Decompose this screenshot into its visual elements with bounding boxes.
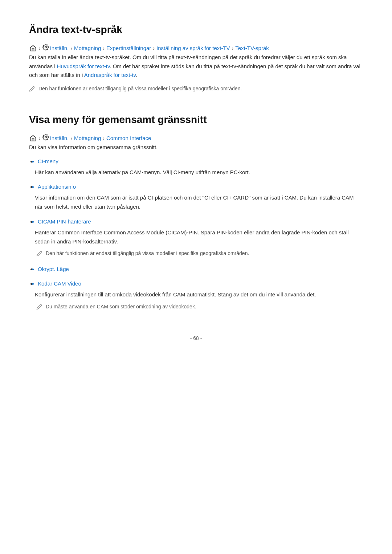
home-icon	[29, 44, 37, 52]
kodar-cam-note-text: Du måste använda en CAM som stöder omkod…	[46, 303, 196, 311]
bullet-item-kodar-cam: Kodar CAM Video Konfigurerar inställning…	[36, 279, 363, 312]
sep4: ›	[232, 44, 234, 52]
bullet-item-cicam: CICAM PIN-hanterare Hanterar Common Inte…	[36, 217, 363, 259]
breadcrumb-installn-2[interactable]: Inställn.	[50, 134, 69, 143]
breadcrumb-common-interface[interactable]: Common Interface	[106, 134, 151, 143]
cicam-desc: Hanterar Common Interface Common Access …	[35, 228, 363, 246]
kodar-cam-title[interactable]: Kodar CAM Video	[38, 279, 363, 288]
section1-breadcrumb: › Inställn. › Mottagning › Expertinställ…	[29, 44, 363, 53]
cicam-title[interactable]: CICAM PIN-hanterare	[38, 217, 363, 226]
section2-title: Visa meny för gemensamt gränssnitt	[29, 112, 363, 128]
breadcrumb-mottagning-2[interactable]: Mottagning	[74, 134, 101, 143]
page-number: - 68 -	[190, 335, 202, 341]
sep2: ›	[103, 44, 105, 52]
sep7: ›	[103, 134, 105, 142]
section-common-interface: Visa meny för gemensamt gränssnitt › Ins…	[29, 112, 363, 312]
section1-note: Den här funktionen är endast tillgänglig…	[29, 85, 363, 94]
section2-breadcrumb: › Inställn. › Mottagning › Common Interf…	[29, 134, 363, 143]
bullet-item-ci-meny: CI-meny Här kan användaren välja alterna…	[36, 157, 363, 177]
kodar-cam-desc: Konfigurerar inställningen till att omko…	[35, 290, 363, 299]
svg-point-1	[45, 136, 46, 138]
section1-note-text: Den här funktionen är endast tillgänglig…	[38, 85, 242, 93]
applikationsinfo-desc: Visar information om den CAM som är isat…	[35, 193, 363, 212]
breadcrumb-sprak-text-tv[interactable]: Inställning av språk för text-TV	[156, 44, 230, 53]
sep6: ›	[70, 134, 72, 142]
pencil-icon-2	[36, 250, 42, 259]
page-footer: - 68 -	[29, 334, 363, 342]
sep3: ›	[153, 44, 155, 52]
ci-meny-title[interactable]: CI-meny	[38, 157, 363, 166]
breadcrumb-installn-1[interactable]: Inställn.	[50, 44, 69, 53]
pencil-icon-1	[29, 86, 35, 94]
applikationsinfo-title[interactable]: Applikationsinfo	[38, 182, 363, 191]
gear-icon-2	[42, 134, 49, 143]
gear-icon	[42, 44, 49, 53]
bullet-item-applikationsinfo: Applikationsinfo Visar information om de…	[36, 182, 363, 212]
sep5: ›	[39, 134, 41, 142]
sep1: ›	[70, 44, 72, 52]
bullet-list: CI-meny Här kan användaren välja alterna…	[36, 157, 363, 313]
ci-meny-desc: Här kan användaren välja alternativ på C…	[35, 168, 363, 177]
okrypt-title[interactable]: Okrypt. Läge	[38, 265, 363, 274]
kodar-cam-note: Du måste använda en CAM som stöder omkod…	[36, 303, 363, 312]
page: Ändra text-tv-språk › Inställn. › Mottag…	[0, 0, 392, 554]
breadcrumb-expertinstallningar[interactable]: Expertinställningar	[106, 44, 151, 53]
svg-point-0	[45, 46, 46, 48]
section-text-tv-language: Ändra text-tv-språk › Inställn. › Mottag…	[29, 22, 363, 94]
section1-body: Du kan ställa in eller ändra text-tv-spr…	[29, 53, 363, 80]
breadcrumb-mottagning-1[interactable]: Mottagning	[74, 44, 101, 53]
cicam-note-text: Den här funktionen är endast tillgänglig…	[46, 250, 249, 257]
link-andrasprak[interactable]: Andraspråk för text-tv	[84, 72, 136, 78]
section2-body: Du kan visa information om gemensamma gr…	[29, 143, 363, 152]
pencil-icon-3	[36, 304, 42, 312]
bullet-item-okrypt: Okrypt. Läge	[36, 265, 363, 274]
chevron-right-icon: ›	[39, 44, 41, 52]
link-hlavusprak[interactable]: Huvudspråk för text-tv	[57, 63, 110, 69]
cicam-note: Den här funktionen är endast tillgänglig…	[36, 250, 363, 259]
section1-title: Ändra text-tv-språk	[29, 22, 363, 38]
home-icon-2	[29, 134, 37, 142]
breadcrumb-text-tv-sprak[interactable]: Text-TV-språk	[235, 44, 269, 53]
